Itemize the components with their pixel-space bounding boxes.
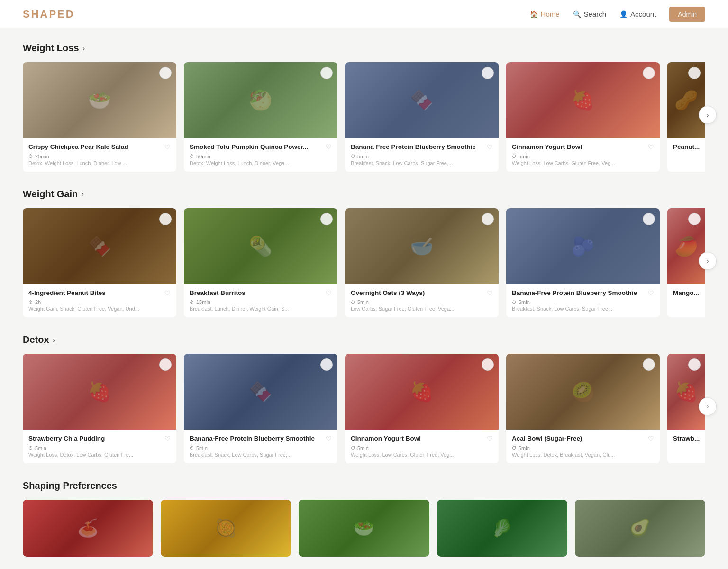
- heart-icon[interactable]: ♡: [487, 435, 493, 442]
- card-circle-button[interactable]: [320, 67, 333, 79]
- card-time: 5min: [357, 445, 369, 451]
- card-circle-button[interactable]: [482, 67, 494, 79]
- heart-icon[interactable]: ♡: [164, 143, 171, 151]
- card-body: Smoked Tofu Pumpkin Quinoa Power... ♡ ⏱ …: [184, 138, 337, 172]
- card-row-wrapper-weight-gain: 🍫 4-Ingredient Peanut Bites ♡ ⏱ 2h Weigh…: [23, 208, 705, 318]
- recipe-card[interactable]: 🥝 Acai Bowl (Sugar-Free) ♡ ⏱ 5min Weight…: [506, 354, 660, 463]
- card-title-row: Smoked Tofu Pumpkin Quinoa Power... ♡: [190, 143, 332, 151]
- card-circle-button[interactable]: [159, 358, 172, 371]
- card-tags: Breakfast, Snack, Low Carbs, Sugar Free,…: [351, 160, 493, 166]
- card-meta: ⏱ 5min: [351, 299, 493, 305]
- recipe-card[interactable]: 🍓 Cinnamon Yogurt Bowl ♡ ⏱ 5min Weight L…: [345, 354, 499, 463]
- next-button[interactable]: ›: [699, 252, 717, 270]
- heart-icon[interactable]: ♡: [487, 289, 493, 297]
- card-circle-button[interactable]: [159, 213, 172, 225]
- food-emoji: 🍓: [674, 381, 698, 403]
- card-image: 🍫: [184, 354, 337, 430]
- card-circle-button[interactable]: [688, 213, 701, 225]
- search-nav-link[interactable]: 🔍 Search: [573, 10, 607, 18]
- card-circle-button[interactable]: [159, 67, 172, 79]
- card-body: Banana-Free Protein Blueberry Smoothie ♡…: [184, 430, 337, 463]
- section-header-detox[interactable]: Detox ›: [23, 334, 705, 345]
- heart-icon[interactable]: ♡: [164, 435, 171, 442]
- recipe-card[interactable]: 🍫 Banana-Free Protein Blueberry Smoothie…: [345, 62, 499, 172]
- section-title: Shaping Preferences: [23, 480, 117, 491]
- pref-emoji: 🍝: [77, 518, 99, 538]
- heart-icon[interactable]: ♡: [326, 289, 332, 297]
- card-body: 4-Ingredient Peanut Bites ♡ ⏱ 2h Weight …: [23, 284, 176, 318]
- pref-card[interactable]: 🥘: [161, 500, 291, 557]
- account-label: Account: [630, 10, 656, 18]
- pref-card[interactable]: 🥑: [575, 500, 705, 557]
- search-icon: 🔍: [573, 10, 581, 18]
- pref-card[interactable]: 🍝: [23, 500, 153, 557]
- home-nav-link[interactable]: 🏠 Home: [530, 10, 560, 18]
- card-body: Acai Bowl (Sugar-Free) ♡ ⏱ 5min Weight L…: [506, 430, 660, 463]
- card-title: Strawberry Chia Pudding: [28, 434, 163, 443]
- heart-icon[interactable]: ♡: [648, 143, 654, 151]
- next-button[interactable]: ›: [699, 398, 717, 416]
- recipe-card[interactable]: 🌯 Breakfast Burritos ♡ ⏱ 15min Breakfast…: [184, 208, 337, 318]
- clock-icon: ⏱: [351, 154, 355, 159]
- card-time: 5min: [35, 445, 46, 451]
- clock-icon: ⏱: [190, 154, 194, 159]
- card-circle-button[interactable]: [320, 358, 333, 371]
- heart-icon[interactable]: ♡: [648, 435, 654, 442]
- card-time: 5min: [519, 299, 530, 305]
- card-title-row: Breakfast Burritos ♡: [190, 289, 332, 297]
- heart-icon[interactable]: ♡: [326, 435, 332, 442]
- card-row-weight-loss: 🥗 Crispy Chickpea Pear Kale Salad ♡ ⏱ 25…: [23, 62, 705, 172]
- recipe-card[interactable]: 🫐 Banana-Free Protein Blueberry Smoothie…: [506, 208, 660, 318]
- recipe-card[interactable]: 🍓 Strawberry Chia Pudding ♡ ⏱ 5min Weigh…: [23, 354, 176, 463]
- section-header-weight-loss[interactable]: Weight Loss ›: [23, 43, 705, 54]
- recipe-card[interactable]: 🥙 Smoked Tofu Pumpkin Quinoa Power... ♡ …: [184, 62, 337, 172]
- pref-card[interactable]: 🥗: [299, 500, 429, 557]
- food-emoji: 🍫: [249, 381, 273, 403]
- card-meta: ⏱ 5min: [512, 154, 654, 159]
- card-image: 🍓: [506, 62, 660, 138]
- card-meta: ⏱ 50min: [190, 154, 332, 159]
- card-time: 5min: [519, 154, 530, 159]
- recipe-card[interactable]: 🍫 Banana-Free Protein Blueberry Smoothie…: [184, 354, 337, 463]
- card-tags: Weight Gain, Snack, Gluten Free, Vegan, …: [28, 306, 171, 312]
- card-title-row: Peanut...: [673, 143, 700, 151]
- card-circle-button[interactable]: [643, 358, 655, 371]
- pref-card-row: 🍝 🥘 🥗 🥬 🥑: [23, 500, 705, 557]
- card-circle-button[interactable]: [320, 213, 333, 225]
- section-chevron-icon: ›: [53, 336, 55, 344]
- heart-icon[interactable]: ♡: [326, 143, 332, 151]
- section-header-shaping[interactable]: Shaping Preferences: [23, 480, 705, 491]
- main-content: Weight Loss › 🥗 Crispy Chickpea Pear Kal…: [0, 28, 728, 569]
- heart-icon[interactable]: ♡: [648, 289, 654, 297]
- card-image: 🍫: [23, 208, 176, 284]
- card-circle-button[interactable]: [688, 67, 701, 79]
- heart-icon[interactable]: ♡: [487, 143, 493, 151]
- recipe-card[interactable]: 🥣 Overnight Oats (3 Ways) ♡ ⏱ 5min Low C…: [345, 208, 499, 318]
- account-nav-link[interactable]: 👤 Account: [619, 10, 656, 18]
- recipe-card[interactable]: 🍓 Cinnamon Yogurt Bowl ♡ ⏱ 5min Weight L…: [506, 62, 660, 172]
- section-shaping-preferences: Shaping Preferences 🍝 🥘 🥗 🥬 🥑: [23, 480, 705, 557]
- card-body: Strawb...: [667, 430, 705, 449]
- section-header-weight-gain[interactable]: Weight Gain ›: [23, 189, 705, 200]
- pref-emoji: 🥑: [629, 518, 651, 538]
- heart-icon[interactable]: ♡: [164, 289, 171, 297]
- card-title-row: Cinnamon Yogurt Bowl ♡: [351, 434, 493, 443]
- card-circle-button[interactable]: [643, 213, 655, 225]
- card-body: Cinnamon Yogurt Bowl ♡ ⏱ 5min Weight Los…: [506, 138, 660, 172]
- recipe-card[interactable]: 🥗 Crispy Chickpea Pear Kale Salad ♡ ⏱ 25…: [23, 62, 176, 172]
- card-time: 5min: [519, 445, 530, 451]
- card-title: Strawb...: [673, 434, 700, 443]
- card-circle-button[interactable]: [688, 358, 701, 371]
- clock-icon: ⏱: [512, 300, 517, 305]
- card-circle-button[interactable]: [482, 213, 494, 225]
- pref-card[interactable]: 🥬: [437, 500, 567, 557]
- admin-button[interactable]: Admin: [669, 7, 705, 22]
- card-circle-button[interactable]: [643, 67, 655, 79]
- card-circle-button[interactable]: [482, 358, 494, 371]
- card-row-detox: 🍓 Strawberry Chia Pudding ♡ ⏱ 5min Weigh…: [23, 354, 705, 463]
- search-label: Search: [584, 10, 607, 18]
- card-title-row: Acai Bowl (Sugar-Free) ♡: [512, 434, 654, 443]
- next-button[interactable]: ›: [699, 106, 717, 124]
- card-title: Banana-Free Protein Blueberry Smoothie: [190, 434, 324, 443]
- recipe-card[interactable]: 🍫 4-Ingredient Peanut Bites ♡ ⏱ 2h Weigh…: [23, 208, 176, 318]
